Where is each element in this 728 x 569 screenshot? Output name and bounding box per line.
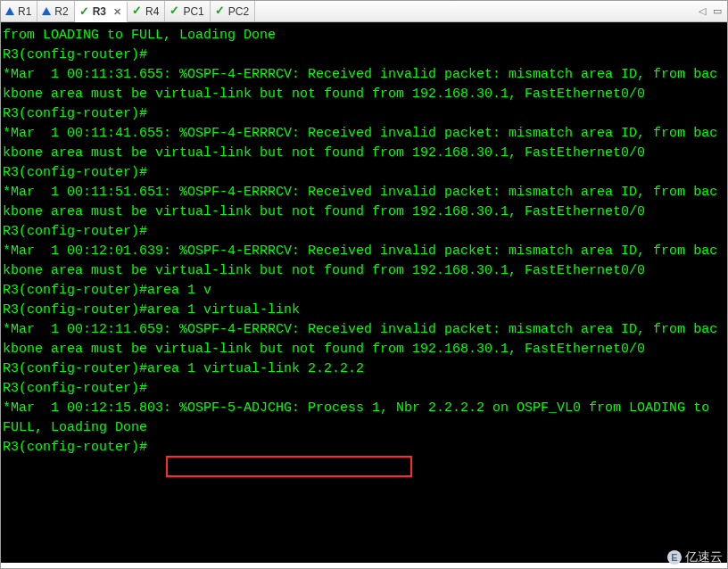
warning-icon <box>42 7 51 15</box>
tab-r4[interactable]: R4 <box>128 1 165 21</box>
tab-r1[interactable]: R1 <box>1 1 37 21</box>
prev-tab-icon[interactable]: ◁ <box>699 5 706 17</box>
terminal-line: R3(config-router)# <box>3 438 725 458</box>
terminal-output[interactable]: from LOADING to FULL, Loading DoneR3(con… <box>1 22 727 563</box>
terminal-line: R3(config-router)# <box>3 163 725 183</box>
terminal-line: *Mar 1 00:11:51.651: %OSPF-4-ERRRCV: Rec… <box>3 183 725 222</box>
terminal-line: R3(config-router)#area 1 v <box>3 281 725 301</box>
watermark-text: 亿速云 <box>685 549 723 565</box>
terminal-line: R3(config-router)# <box>3 104 725 124</box>
tab-menu-icon[interactable]: ▭ <box>713 5 722 17</box>
close-icon[interactable]: ✕ <box>113 6 121 18</box>
tab-label: R4 <box>145 5 159 18</box>
check-icon <box>170 6 179 16</box>
terminal-line: R3(config-router)#area 1 virtual-link <box>3 301 725 320</box>
tab-r2[interactable]: R2 <box>37 1 74 21</box>
terminal-line: from LOADING to FULL, Loading Done <box>3 26 725 45</box>
tab-pc1[interactable]: PC1 <box>165 1 210 21</box>
terminal-line: *Mar 1 00:11:31.655: %OSPF-4-ERRRCV: Rec… <box>3 65 725 104</box>
check-icon <box>79 7 89 17</box>
tab-label: R1 <box>18 5 31 18</box>
warning-icon <box>5 7 14 15</box>
watermark-badge-icon: E <box>667 550 682 565</box>
terminal-line: *Mar 1 00:11:41.655: %OSPF-4-ERRRCV: Rec… <box>3 124 725 163</box>
terminal-line: R3(config-router)# <box>3 222 725 242</box>
watermark: E 亿速云 <box>667 549 723 565</box>
terminal-line: *Mar 1 00:12:11.659: %OSPF-4-ERRRCV: Rec… <box>3 320 725 359</box>
terminal-line: R3(config-router)# <box>3 45 725 65</box>
tab-label: PC2 <box>228 5 249 18</box>
tab-label: PC1 <box>183 5 203 18</box>
tab-pc2[interactable]: PC2 <box>211 1 255 21</box>
terminal-line: R3(config-router)#area 1 virtual-link 2.… <box>3 359 725 379</box>
check-icon <box>215 6 225 16</box>
terminal-line: *Mar 1 00:12:15.803: %OSPF-5-ADJCHG: Pro… <box>3 399 725 438</box>
terminal-line: *Mar 1 00:12:01.639: %OSPF-4-ERRRCV: Rec… <box>3 242 725 281</box>
tab-label: R3 <box>93 5 106 18</box>
tab-label: R2 <box>54 5 68 18</box>
terminal-line: R3(config-router)# <box>3 379 725 399</box>
tab-r3[interactable]: R3 ✕ <box>75 2 128 22</box>
tab-controls: ◁ ▭ <box>693 1 727 21</box>
check-icon <box>132 6 142 16</box>
tab-bar: R1 R2 R3 ✕ R4 PC1 PC2 ◁ ▭ <box>1 1 727 22</box>
